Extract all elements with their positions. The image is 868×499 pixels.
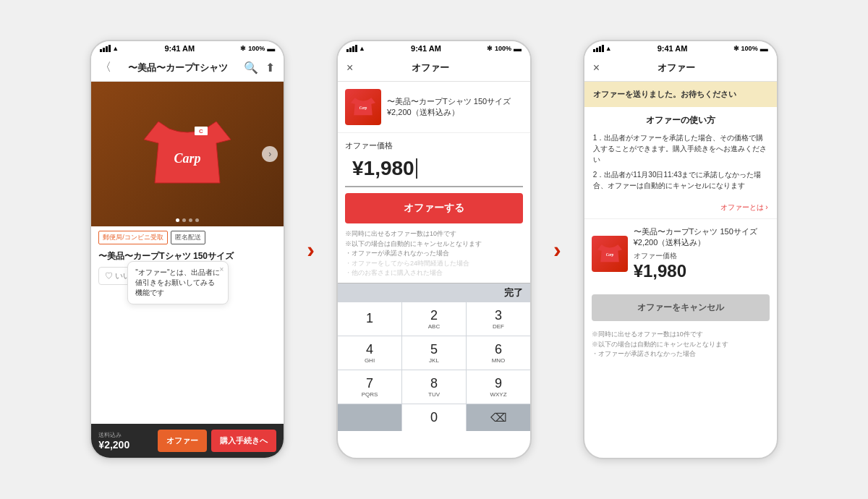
tag-anonymous: 匿名配送: [171, 231, 205, 244]
key-9-alpha: WXYZ: [490, 391, 506, 398]
price-value-1: ¥2,200: [98, 439, 153, 451]
close-button-2[interactable]: ×: [346, 61, 353, 74]
page-title-1: 〜美品〜カープTシャツ: [128, 61, 228, 74]
offer-button-1[interactable]: オファー: [158, 430, 207, 452]
keyboard-done-button-2[interactable]: 完了: [504, 286, 523, 299]
offer-usage-section: オファーの使い方 1．出品者がオファーを承諾した場合、その価格で購入することがで…: [584, 107, 777, 202]
key-2-alpha: ABC: [428, 323, 440, 330]
cancel-offer-button[interactable]: オファーをキャンセル: [592, 294, 770, 321]
wifi-icon: ▲: [112, 45, 119, 52]
offer-link-area[interactable]: オファーとは ›: [584, 202, 777, 218]
signal-icon-3: [593, 45, 604, 52]
key-3[interactable]: 3 DEF: [467, 302, 530, 336]
buy-button-1[interactable]: 購入手続きへ: [211, 430, 276, 452]
product-tshirt-svg: Carp C: [137, 111, 238, 197]
key-8[interactable]: 8 TUV: [402, 370, 466, 404]
offer-tooltip: × "オファー"とは、出品者に値引きをお願いしてみる機能です: [127, 261, 229, 304]
text-cursor-2: [416, 158, 417, 179]
arrow-2: ›: [553, 236, 561, 263]
share-button-1[interactable]: ⬆: [265, 61, 275, 74]
bluetooth-icon-1: ✻: [240, 45, 246, 52]
back-button-1[interactable]: 〈: [100, 60, 111, 75]
offer-product-price-2: ¥2,200（送料込み）: [387, 107, 523, 118]
svg-text:Carp: Carp: [174, 151, 201, 166]
key-5[interactable]: 5 JKL: [402, 336, 466, 370]
result-offer-label: オファー価格: [634, 251, 770, 261]
screen3-note-3: ・オファーが承諾されなかった場合: [592, 349, 770, 359]
offer-submit-button-2[interactable]: オファーする: [345, 193, 523, 223]
status-bar-3: ▲ 9:41 AM ✻ 100% ▬: [584, 41, 777, 54]
battery-percent-1: 100%: [248, 45, 265, 52]
tag-pickup: 郵便局/コンビニ受取: [98, 231, 168, 244]
key-empty: [338, 404, 401, 431]
like-tooltip-area: ♡ いい × "オファー"とは、出品者に値引きをお願いしてみる機能です: [91, 267, 284, 285]
screen3-phone: ▲ 9:41 AM ✻ 100% ▬ × オファー オファーを送りました。お待ち…: [583, 40, 778, 459]
next-image-button[interactable]: ›: [262, 146, 278, 162]
keyboard-header-2: 完了: [338, 283, 530, 302]
key-2[interactable]: 2 ABC: [402, 302, 466, 336]
offer-label-section-2: オファー価格: [338, 133, 530, 154]
key-2-num: 2: [430, 308, 438, 323]
key-1[interactable]: 1: [338, 302, 401, 336]
arrow-1: ›: [307, 236, 315, 263]
offer-link-text[interactable]: オファーとは ›: [720, 202, 768, 213]
offer-price-display-2[interactable]: ¥1,980: [345, 154, 523, 187]
key-5-num: 5: [430, 342, 438, 357]
battery-percent-3: 100%: [741, 45, 758, 52]
keyboard-2: 1 2 ABC 3 DEF 4 GHI 5 JKL 6 MNO 7 PQRS: [338, 302, 530, 431]
key-6[interactable]: 6 MNO: [467, 336, 530, 370]
offer-sent-banner: オファーを送りました。お待ちください: [584, 82, 777, 107]
key-7-num: 7: [366, 376, 373, 391]
nav-bar-3: × オファー: [584, 54, 777, 82]
close-button-3[interactable]: ×: [593, 61, 600, 74]
battery-icon-3: ▬: [760, 44, 768, 53]
nav-bar-2: × オファー: [338, 54, 530, 82]
product-tags: 郵便局/コンビニ受取 匿名配送: [91, 226, 284, 247]
key-8-alpha: TUV: [428, 391, 440, 398]
wifi-icon-3: ▲: [605, 45, 612, 52]
result-product-name: 〜美品〜カープTシャツ 150サイズ: [634, 226, 770, 237]
page-title-2: オファー: [412, 61, 449, 74]
search-button-1[interactable]: 🔍: [244, 61, 258, 74]
tooltip-close-btn[interactable]: ×: [220, 265, 224, 275]
svg-text:Carp: Carp: [359, 106, 367, 110]
key-1-num: 1: [366, 311, 373, 326]
offer-product-row-2: Carp 〜美品〜カープTシャツ 150サイズ ¥2,200（送料込み）: [338, 82, 530, 133]
signal-icon-2: [346, 45, 357, 52]
nav-bar-1: 〈 〜美品〜カープTシャツ 🔍 ⬆: [91, 54, 284, 82]
image-dots: [176, 218, 199, 222]
battery-percent-2: 100%: [495, 45, 511, 52]
key-delete[interactable]: ⌫: [467, 404, 530, 431]
offer-result-info: 〜美品〜カープTシャツ 150サイズ ¥2,200（送料込み） オファー価格 ¥…: [634, 226, 770, 281]
key-7[interactable]: 7 PQRS: [338, 370, 401, 404]
shipping-label-1: 送料込み: [98, 431, 153, 439]
screen3-note-1: ※同時に出せるオファー数は10件です: [592, 330, 770, 340]
price-info-1: 送料込み ¥2,200: [98, 431, 153, 451]
thumb-tshirt-svg-2: Carp: [349, 95, 378, 119]
page-title-3: オファー: [658, 61, 695, 74]
key-9-num: 9: [495, 376, 502, 391]
svg-text:C: C: [199, 128, 203, 135]
key-4-alpha: GHI: [365, 357, 375, 364]
key-9[interactable]: 9 WXYZ: [467, 370, 530, 404]
note-1: ※同時に出せるオファー数は10件です: [345, 229, 523, 239]
offer-product-info-2: 〜美品〜カープTシャツ 150サイズ ¥2,200（送料込み）: [387, 96, 523, 118]
battery-icon-1: ▬: [267, 44, 275, 53]
note-5: ・他のお客さまに購入された場合: [345, 268, 523, 278]
key-3-alpha: DEF: [493, 323, 504, 330]
key-4-num: 4: [366, 342, 373, 357]
status-bar-2: ▲ 9:41 AM ✻ 100% ▬: [338, 41, 530, 54]
key-4[interactable]: 4 GHI: [338, 336, 401, 370]
offer-price-value-2: ¥1,980: [352, 157, 414, 180]
key-0[interactable]: 0: [402, 404, 466, 431]
thumb-tshirt-svg-3: Carp: [595, 242, 624, 266]
tooltip-text: "オファー"とは、出品者に値引きをお願いしてみる機能です: [135, 268, 220, 297]
note-4: ・オファーをしてから24時間経過した場合: [345, 259, 523, 269]
screen3-notes: ※同時に出せるオファー数は10件です ※以下の場合は自動的にキャンセルとなります…: [584, 327, 777, 362]
status-time-1: 9:41 AM: [164, 44, 195, 53]
svg-text:Carp: Carp: [605, 252, 613, 257]
wifi-icon-2: ▲: [359, 45, 365, 52]
offer-product-name-2: 〜美品〜カープTシャツ 150サイズ: [387, 96, 523, 107]
bluetooth-icon-3: ✻: [733, 45, 739, 52]
key-3-num: 3: [495, 308, 502, 323]
